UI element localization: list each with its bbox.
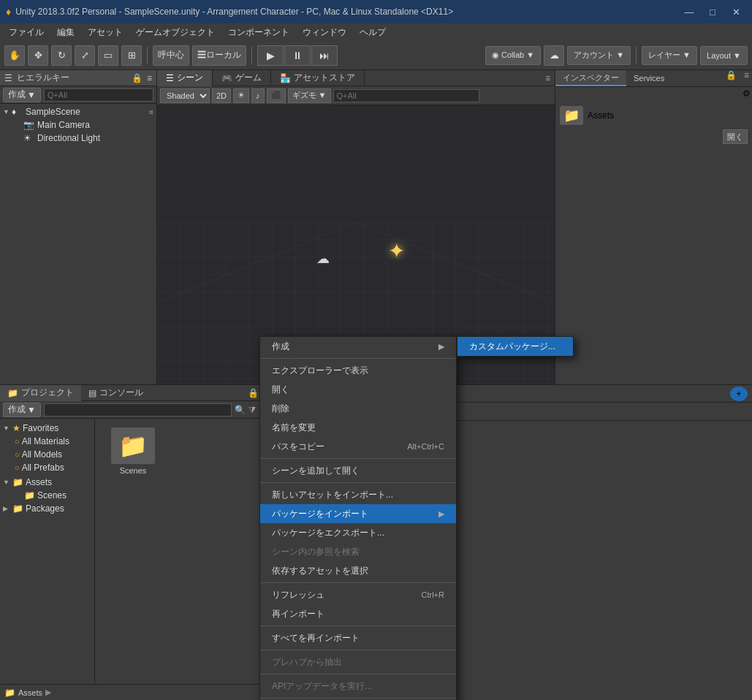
ctx-select-deps[interactable]: 依存するアセットを選択 [260, 561, 456, 580]
ctx-rename-label: 名前を変更 [272, 422, 316, 434]
ctx-open-scene-label: シーンを追加して開く [272, 465, 360, 477]
ctx-reimport-label: 再インポート [272, 608, 324, 620]
ctx-refresh-label: リフレッシュ [272, 589, 324, 601]
ctx-sep-2 [260, 458, 456, 459]
ctx-export-package[interactable]: パッケージをエクスポート... [260, 523, 456, 542]
ctx-find-refs: シーン内の参照を検索 [260, 542, 456, 561]
ctx-reimport-all-label: すべてを再インポート [272, 632, 360, 644]
ctx-copy-path-label: パスをコピー [272, 441, 324, 453]
context-menu-overlay[interactable]: 作成 ▶ エクスプローラーで表示 開く 削除 名前を変更 パスをコピー Alt+… [0, 0, 752, 700]
ctx-refresh[interactable]: リフレッシュ Ctrl+R [260, 585, 456, 604]
submenu: カスタムパッケージ... [457, 336, 574, 357]
ctx-rename[interactable]: 名前を変更 [260, 418, 456, 437]
ctx-refresh-shortcut: Ctrl+R [422, 590, 444, 599]
ctx-import-package-arrow: ▶ [438, 509, 444, 519]
ctx-open-scene[interactable]: シーンを追加して開く [260, 461, 456, 480]
ctx-show-explorer-label: エクスプローラーで表示 [272, 365, 368, 377]
ctx-copy-path[interactable]: パスをコピー Alt+Ctrl+C [260, 437, 456, 456]
ctx-open[interactable]: 開く [260, 380, 456, 399]
ctx-reimport[interactable]: 再インポート [260, 604, 456, 623]
ctx-export-package-label: パッケージをエクスポート... [272, 527, 384, 539]
ctx-extract-prefab-label: プレハブから抽出 [272, 656, 342, 669]
ctx-find-refs-label: シーン内の参照を検索 [272, 546, 360, 558]
submenu-custom-package-label: カスタムパッケージ... [469, 341, 555, 353]
ctx-create[interactable]: 作成 ▶ [260, 337, 456, 356]
ctx-sep-5 [260, 625, 456, 626]
ctx-create-arrow: ▶ [438, 342, 444, 351]
ctx-delete[interactable]: 削除 [260, 399, 456, 418]
ctx-sep-6 [260, 650, 456, 650]
ctx-extract-prefab: プレハブから抽出 [260, 653, 456, 672]
ctx-import-package-label: パッケージをインポート [272, 508, 368, 520]
ctx-copy-path-shortcut: Alt+Ctrl+C [407, 442, 444, 451]
ctx-sep-1 [260, 358, 456, 359]
ctx-reimport-all[interactable]: すべてを再インポート [260, 628, 456, 647]
ctx-sep-8 [260, 698, 456, 699]
ctx-show-explorer[interactable]: エクスプローラーで表示 [260, 361, 456, 380]
ctx-api-updater-label: APIアップデータを実行... [272, 680, 372, 693]
context-menu: 作成 ▶ エクスプローラーで表示 開く 削除 名前を変更 パスをコピー Alt+… [259, 336, 457, 700]
ctx-import-new-asset-label: 新しいアセットをインポート... [272, 489, 393, 501]
ctx-select-deps-label: 依存するアセットを選択 [272, 565, 368, 577]
ctx-open-label: 開く [272, 384, 289, 396]
ctx-import-new-asset[interactable]: 新しいアセットをインポート... [260, 485, 456, 504]
ctx-sep-3 [260, 482, 456, 483]
ctx-import-package[interactable]: パッケージをインポート ▶ [260, 504, 456, 523]
ctx-api-updater: APIアップデータを実行... [260, 677, 456, 696]
ctx-create-label: 作成 [272, 341, 289, 353]
ctx-delete-label: 削除 [272, 403, 289, 415]
ctx-sep-4 [260, 582, 456, 583]
submenu-custom-package[interactable]: カスタムパッケージ... [457, 337, 573, 356]
ctx-sep-7 [260, 674, 456, 674]
